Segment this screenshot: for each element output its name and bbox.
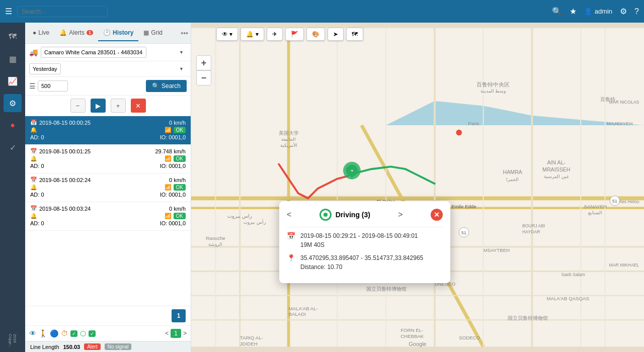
user-menu[interactable]: 👤 admin [584,8,612,15]
limit-input[interactable] [38,80,68,92]
search-button[interactable]: 🔍 Search [146,80,187,92]
svg-text:الصنايع: الصنايع [588,210,602,216]
tab-live[interactable]: ● Live [28,25,54,41]
search-navbar-icon[interactable]: 🔍 [552,7,562,16]
filter-eye-icon[interactable]: 👁 [29,329,36,337]
signal-bars-3: 📶 [165,184,172,191]
tab-more[interactable]: ••• [181,29,188,37]
popup-location-icon: 📍 [287,254,295,262]
event-speed-1: 0 km/h [169,120,186,126]
popup-header: < Driving (3) > ✕ [287,209,443,221]
popup-date-text: 2019-08-15 00:29:21 - 2019-08-15 00:49:0… [300,231,418,249]
navbar: ☰ 🔍 ★ 👤 admin ⚙ ? [0,0,644,23]
event-item-3[interactable]: 📅 2019-08-15 00:02:24 0 km/h 🔔 📶 OK AD: … [25,173,191,202]
filter-check2-icon[interactable]: ✓ [89,330,96,337]
event-signal-2: 📶 OK [165,155,186,162]
driving-dot [324,213,328,217]
vehicle-select[interactable]: Camaro White Cama 283501 - 4483034 [41,47,146,58]
svg-text:MALA'AB AL-: MALA'AB AL- [289,306,318,311]
filter-circle-icon[interactable]: 🔵 [50,329,58,337]
search-btn-label: Search [162,82,181,90]
event-io-1: IO: 0001,0 [160,134,186,140]
event-item-1[interactable]: 📅 2019-08-15 00:00:25 0 km/h 🔔 📶 OK AD: … [25,116,191,145]
popup-calendar-icon: 📅 [287,232,295,240]
sidenav-dot[interactable]: ● [4,116,22,134]
map-area[interactable]: 百鲁特中央区 وسط المدينة AIN AL- MRAISSEH عين … [191,23,644,352]
svg-text:百鲁特: 百鲁特 [600,97,615,102]
filter-next-button[interactable]: > [183,330,187,337]
ok-badge-3: OK [174,184,186,191]
vehicle-truck-icon: 🚚 [29,48,38,56]
svg-text:Saeb Salam: Saeb Salam [561,272,585,277]
user-icon: 👤 [584,8,592,15]
popup-next-button[interactable]: > [398,210,403,219]
zoom-in-button[interactable]: + [196,55,211,70]
rewind-button[interactable]: − [70,99,86,113]
list-icon: ☰ [29,82,36,90]
svg-text:国立贝鲁特博物馆: 国立贝鲁特博物馆 [366,286,407,292]
filter-prev-button[interactable]: < [165,330,169,337]
date-select[interactable]: Yesterday [29,63,61,74]
map-popup: < Driving (3) > ✕ 📅 2019-08-15 00:29:21 … [279,201,450,283]
svg-text:الأمريكية: الأمريكية [280,142,297,148]
sidenav-map[interactable]: 🗺 [4,28,22,46]
svg-text:BALADI: BALADI [289,311,306,317]
filter-walk-icon[interactable]: 🚶 [39,329,47,337]
svg-text:51: 51 [612,199,617,204]
forward-button[interactable]: + [111,99,126,113]
svg-text:CHEBBAK: CHEBBAK [400,333,424,339]
popup-title: Driving (3) [319,209,370,221]
play-button[interactable]: ▶ [91,99,106,113]
svg-text:رأس بيروت: رأس بيروت [244,219,265,225]
popup-close-button[interactable]: ✕ [431,209,443,221]
svg-text:MALA'AB QASQAS: MALA'AB QASQAS [546,296,589,302]
alerts-badge: 1 [87,30,93,35]
sidenav-chart[interactable]: 📈 [4,72,22,90]
history-icon: 🕐 [103,29,111,36]
event-item-4[interactable]: 📅 2019-08-15 00:03:24 0 km/h 🔔 📶 OK AD: … [25,202,191,231]
svg-text:JDIDEH: JDIDEH [240,341,258,346]
stop-button[interactable]: ✕ [131,99,146,113]
ok-badge-4: OK [174,213,186,219]
filter-check-icon[interactable]: ✓ [70,330,77,337]
zoom-out-button[interactable]: − [196,70,211,85]
calendar-icon-4: 📅 [30,205,37,212]
flag-button[interactable]: 🚩 [285,28,304,41]
layers-button[interactable]: 👁 ▾ [216,28,238,41]
global-search-input[interactable] [17,6,108,17]
map-view-button[interactable]: 🗺 [346,28,363,41]
pagination-row: 1 [25,306,191,325]
tab-alerts[interactable]: 🔔 Alerts 1 [54,25,98,41]
svg-text:SANAYEH: SANAYEH [584,204,607,209]
popup-date-row: 📅 2019-08-15 00:29:21 - 2019-08-15 00:49… [287,231,443,249]
menu-icon[interactable]: ☰ [5,7,12,16]
filter-timer-icon[interactable]: ⏱ [61,329,68,337]
popup-prev-button[interactable]: < [287,210,291,219]
send-button[interactable]: ✈ [267,28,283,41]
sidenav-check[interactable]: ✓ [4,138,22,156]
color-button[interactable]: 🎨 [306,28,325,41]
svg-text:美国大学: 美国大学 [279,130,299,136]
svg-text:Emile Edde: Emile Edde [451,204,476,209]
svg-text:الروشة: الروشة [208,242,222,247]
page-1-button[interactable]: 1 [172,309,186,322]
sidenav-dashboard[interactable]: ▦ [4,50,22,68]
event-ad-2: AD: 0 [30,163,44,169]
settings-icon[interactable]: ⚙ [620,7,627,16]
svg-text:MAJIDIYEH: MAJIDIYEH [607,121,633,126]
filter-hex-icon[interactable]: ⬡ [80,329,86,337]
sidenav-settings[interactable]: ⚙ [4,94,22,112]
navigate-button[interactable]: ➤ [328,28,344,41]
tab-alerts-label: Alerts [69,29,85,36]
svg-text:BOURJ ABI: BOURJ ABI [522,223,545,228]
alerts-map-button[interactable]: 🔔 ▾ [240,28,264,41]
help-icon[interactable]: ? [634,7,639,16]
popup-coords-text: 35.470295,33.895407 - 35.514737,33.84296… [300,253,423,272]
tab-history[interactable]: 🕐 History [98,25,138,41]
event-date-4: 📅 2019-08-15 00:03:24 [30,205,91,212]
event-bell-4: 🔔 [30,213,37,219]
star-icon[interactable]: ★ [570,7,577,16]
event-speed-4: 0 km/h [169,206,186,212]
tab-grid[interactable]: ▦ Grid [138,25,168,41]
event-item-2[interactable]: 📅 2019-08-15 00:01:25 29.748 km/h 🔔 📶 OK… [25,145,191,173]
